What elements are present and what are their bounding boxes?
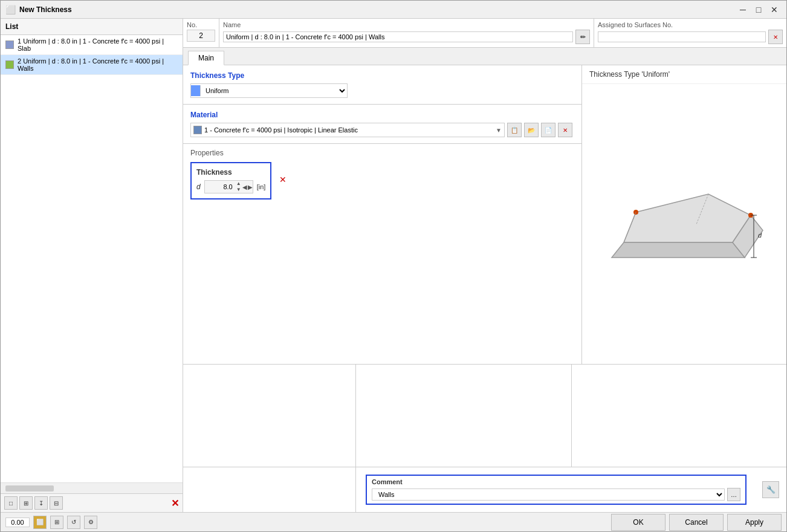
new-item-button[interactable]: □ — [4, 496, 18, 510]
material-open-button[interactable]: 📂 — [524, 123, 539, 137]
thickness-next-button[interactable]: ▶ — [248, 184, 253, 190]
list-item-label: 1 Uniform | d : 8.0 in | 1 - Concrete f'… — [18, 37, 178, 52]
extra-button[interactable]: ⊟ — [50, 496, 63, 510]
status-tool-1[interactable]: ⬜ — [33, 516, 47, 529]
assigned-clear-button[interactable]: ✕ — [768, 30, 783, 44]
bottom-left-panel — [183, 365, 356, 467]
thickness-unit-label: [in] — [257, 183, 266, 190]
name-input[interactable] — [223, 31, 573, 42]
material-text: 1 - Concrete f'c = 4000 psi | Isotropic … — [204, 126, 496, 134]
bottom-mid-panel — [356, 365, 572, 467]
material-info-button[interactable]: 📋 — [507, 123, 522, 137]
app-icon: ⬜ — [5, 5, 16, 15]
list-header: List — [1, 19, 183, 35]
comment-right-area: 🔧 — [751, 481, 782, 498]
assigned-input[interactable] — [598, 31, 766, 42]
material-dropdown[interactable]: 1 - Concrete f'c = 4000 psi | Isotropic … — [190, 123, 505, 137]
no-input[interactable] — [187, 30, 215, 42]
svg-marker-1 — [612, 242, 745, 258]
properties-title: Properties — [190, 149, 574, 157]
apply-button[interactable]: Apply — [727, 514, 782, 531]
header-row: No. Name ✏ Assigned to Surfaces No. ✕ — [183, 19, 786, 48]
coordinate-display: 0.00 — [5, 517, 30, 527]
name-section: Name ✏ — [219, 19, 594, 47]
thickness-input[interactable] — [205, 182, 235, 192]
status-tool-2[interactable]: ⊞ — [50, 516, 63, 529]
preview-canvas: d — [582, 84, 786, 364]
comment-label: Comment — [372, 478, 740, 485]
thickness-type-swatch — [191, 85, 201, 96]
thickness-type-section: Thickness Type Uniform Variable — [183, 65, 581, 104]
assigned-section: Assigned to Surfaces No. ✕ — [594, 19, 786, 47]
list-item-label: 2 Uniform | d : 8.0 in | 1 - Concrete f'… — [18, 57, 178, 72]
comment-bar-right: Comment Walls … 🔧 — [356, 467, 786, 512]
status-tool-4[interactable]: ⚙ — [84, 516, 97, 529]
delete-button[interactable]: ✕ — [171, 498, 179, 509]
list-toolbar: □ ⊞ ↧ ⊟ ✕ — [1, 493, 183, 512]
ok-button[interactable]: OK — [611, 514, 666, 531]
comment-bar-left — [183, 467, 356, 512]
thickness-increment-button[interactable]: ▲ — [235, 181, 242, 187]
bottom-right-panel — [572, 365, 787, 467]
name-label: Name — [223, 21, 590, 28]
list-items: 1 Uniform | d : 8.0 in | 1 - Concrete f'… — [1, 35, 183, 482]
assigned-label: Assigned to Surfaces No. — [598, 21, 783, 28]
thickness-type-dropdown[interactable]: Uniform Variable — [190, 83, 348, 98]
preview-title: Thickness Type 'Uniform' — [582, 65, 786, 84]
material-section: Material 1 - Concrete f'c = 4000 psi | I… — [183, 105, 581, 143]
thickness-arrows: ◀ ▶ — [242, 184, 253, 190]
svg-marker-0 — [624, 194, 751, 242]
window-title: New Thickness — [19, 5, 72, 14]
preview-svg: d — [600, 164, 769, 285]
comment-box: Comment Walls … — [366, 475, 747, 505]
comment-browse-button[interactable]: … — [727, 488, 740, 501]
list-item[interactable]: 2 Uniform | d : 8.0 in | 1 - Concrete f'… — [1, 55, 183, 75]
form-panel: Thickness Type Uniform Variable — [183, 65, 582, 364]
thickness-input-row: d ▲ ▼ ◀ — [196, 180, 265, 193]
list-item-color — [5, 41, 14, 49]
duplicate-button[interactable]: ⊞ — [19, 496, 33, 510]
name-edit-button[interactable]: ✏ — [575, 30, 590, 44]
list-item-color — [5, 60, 14, 69]
tabs-row: Main — [183, 48, 786, 65]
tab-main[interactable]: Main — [188, 51, 224, 65]
thickness-type-title: Thickness Type — [190, 71, 574, 80]
cancel-button[interactable]: Cancel — [669, 514, 724, 531]
material-title: Material — [190, 111, 574, 119]
material-color-swatch — [193, 126, 202, 134]
close-button[interactable]: ✕ — [767, 4, 782, 16]
properties-section: Properties Thickness d — [183, 144, 581, 204]
thickness-reset-button[interactable]: ✕ — [276, 173, 290, 186]
maximize-button[interactable]: □ — [751, 4, 766, 16]
left-panel: List 1 Uniform | d : 8.0 in | 1 - Concre… — [1, 19, 183, 512]
status-bar: 0.00 ⬜ ⊞ ↺ ⚙ OK Cancel Apply — [1, 512, 786, 531]
list-scrollbar[interactable] — [1, 482, 183, 493]
thickness-d-label: d — [196, 183, 201, 191]
material-clear-button[interactable]: ✕ — [558, 123, 572, 137]
title-bar: ⬜ New Thickness ─ □ ✕ — [1, 1, 786, 19]
no-section: No. — [183, 19, 219, 47]
status-tool-3[interactable]: ↺ — [67, 516, 80, 529]
list-item[interactable]: 1 Uniform | d : 8.0 in | 1 - Concrete f'… — [1, 35, 183, 55]
thickness-prev-button[interactable]: ◀ — [242, 184, 247, 190]
material-copy-button[interactable]: 📄 — [541, 123, 555, 137]
no-label: No. — [187, 21, 215, 28]
comment-action-button[interactable]: 🔧 — [762, 481, 779, 498]
save-list-button[interactable]: ↧ — [34, 496, 48, 510]
comment-select[interactable]: Walls — [372, 488, 725, 501]
thickness-input-wrap: ▲ ▼ ◀ ▶ — [204, 180, 253, 193]
thickness-spinners: ▲ ▼ — [235, 181, 242, 193]
minimize-button[interactable]: ─ — [736, 4, 750, 16]
svg-text:d: d — [758, 232, 762, 239]
thickness-type-select[interactable]: Uniform Variable — [201, 85, 347, 96]
thickness-box: Thickness d ▲ ▼ — [190, 162, 271, 199]
thickness-decrement-button[interactable]: ▼ — [235, 187, 242, 193]
material-dropdown-arrow: ▼ — [496, 127, 502, 134]
material-row: 1 - Concrete f'c = 4000 psi | Isotropic … — [190, 123, 574, 137]
thickness-box-title: Thickness — [196, 168, 265, 177]
bottom-panels — [183, 364, 786, 467]
preview-panel: Thickness Type 'Uniform' — [582, 65, 786, 364]
